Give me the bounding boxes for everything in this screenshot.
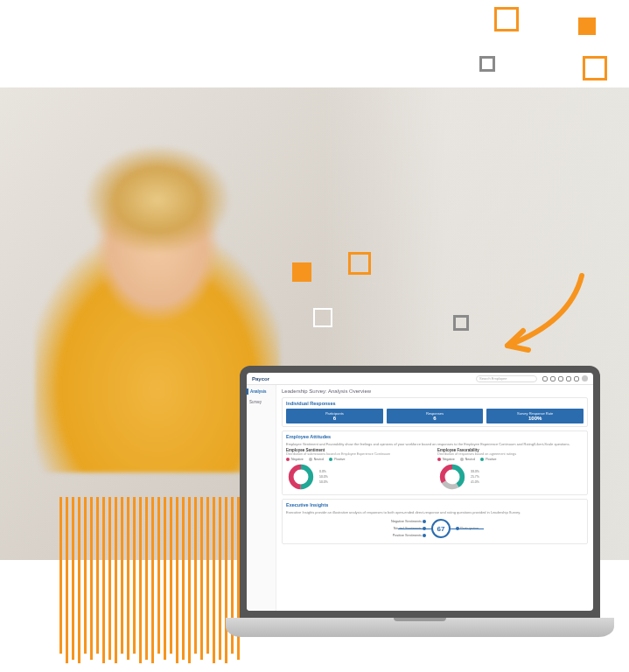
laptop-mockup: Paycor Search Employee Analysis Survey <box>226 366 614 637</box>
panel-favorability: Employee Favorability Distribution of re… <box>437 448 584 492</box>
search-icon[interactable] <box>542 376 548 382</box>
pct-label: 41.0% <box>471 480 479 484</box>
page-title: Leadership Survey: Analysis Overview <box>282 388 588 394</box>
stat-label: Survey Response Rate <box>488 411 582 416</box>
legend-negative: Negative <box>286 458 304 461</box>
stat-value: 6 <box>288 416 381 421</box>
chat-icon[interactable] <box>558 376 563 382</box>
avatar[interactable] <box>582 375 588 382</box>
sidebar: Analysis Survey <box>247 385 276 611</box>
stat-label: Participants <box>288 411 381 416</box>
search-placeholder: Search Employee <box>479 376 507 381</box>
stat-responses[interactable]: Responses 6 <box>387 409 484 424</box>
stat-participants[interactable]: Participants 6 <box>286 409 383 424</box>
stat-label: Responses <box>388 411 482 416</box>
pct-label: 25.7% <box>471 475 479 479</box>
panel-subtitle: Distribution of submissions based on Emp… <box>286 452 432 456</box>
card-individual-responses: Individual Responses Participants 6 Resp… <box>282 397 588 427</box>
decor-square <box>578 18 596 35</box>
legend-neutral: Neutral <box>309 458 324 461</box>
node-dot-icon <box>423 520 426 523</box>
decor-square <box>479 56 495 72</box>
pct-label: 50.0% <box>319 480 328 484</box>
laptop-base <box>226 618 614 637</box>
help-icon[interactable] <box>574 376 579 382</box>
insight-score: 67 <box>431 519 451 538</box>
legend-positive: Positive <box>480 458 496 461</box>
dashboard-app: Paycor Search Employee Analysis Survey <box>247 373 593 611</box>
card-executive-insights: Executive Insights Executive Insights pr… <box>282 499 588 544</box>
pct-label: 50.0% <box>319 475 328 479</box>
card-subtitle: Executive Insights provide an illustrati… <box>286 510 584 514</box>
apps-icon[interactable] <box>550 376 556 382</box>
decor-square <box>583 56 607 80</box>
panel-sentiment: Employee Sentiment Distribution of submi… <box>286 448 432 492</box>
card-title: Individual Responses <box>286 401 584 406</box>
sidebar-item-survey[interactable]: Survey <box>249 399 273 405</box>
chart-legend: Negative Neutral Positive <box>437 458 584 461</box>
notifications-icon[interactable] <box>566 376 571 382</box>
card-title: Executive Insights <box>286 502 584 508</box>
app-logo: Paycor <box>252 376 269 382</box>
decor-square <box>348 252 371 275</box>
decor-square <box>494 7 519 32</box>
node-dot-icon <box>423 534 426 537</box>
pct-label: 33.3% <box>471 470 479 473</box>
insights-graph: Negative Sentiments Neutral Sentiments P… <box>286 516 584 541</box>
donut-chart-favorability <box>437 462 467 492</box>
node-label: Positive Sentiments <box>393 534 422 537</box>
chart-legend: Negative Neutral Positive <box>286 458 432 461</box>
legend-negative: Negative <box>437 458 455 461</box>
card-subtitle: Employee Sentiment and Favorability show… <box>286 442 584 446</box>
decor-square <box>313 308 332 327</box>
legend-neutral: Neutral <box>460 458 475 461</box>
decor-square <box>453 315 469 331</box>
stat-value: 100% <box>488 416 582 421</box>
decor-square <box>292 262 311 282</box>
node-label: Negative Sentiments <box>391 520 422 523</box>
panel-subtitle: Distribution of responses based on agree… <box>437 452 584 456</box>
insight-score-value: 67 <box>437 525 445 533</box>
app-header: Paycor Search Employee <box>247 373 593 385</box>
stat-response-rate[interactable]: Survey Response Rate 100% <box>486 409 584 424</box>
card-employee-attitudes: Employee Attitudes Employee Sentiment an… <box>282 430 588 495</box>
card-title: Employee Attitudes <box>286 434 584 439</box>
search-input[interactable]: Search Employee <box>476 375 537 382</box>
sidebar-item-analysis[interactable]: Analysis <box>247 388 273 395</box>
arrow-icon <box>490 262 595 368</box>
legend-positive: Positive <box>329 458 345 461</box>
donut-chart-sentiment <box>286 462 316 492</box>
stat-value: 6 <box>388 416 482 421</box>
decor-stripes <box>59 497 252 663</box>
pct-label: 0.0% <box>319 470 328 473</box>
